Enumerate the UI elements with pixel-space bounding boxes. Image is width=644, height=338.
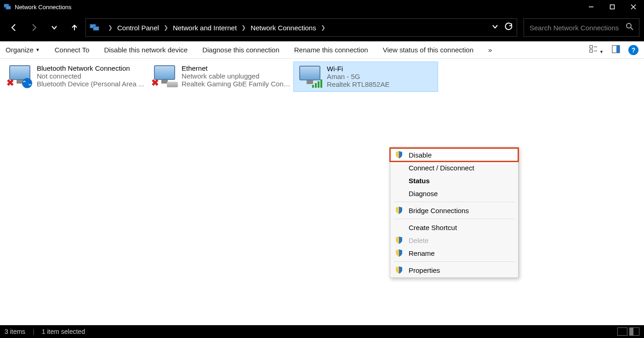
up-button[interactable] (65, 18, 84, 37)
svg-rect-7 (93, 27, 99, 30)
menu-create-shortcut[interactable]: Create Shortcut (390, 221, 518, 234)
breadcrumb-item[interactable]: Network and Internet (173, 24, 237, 32)
menu-delete: Delete (390, 234, 518, 247)
svg-rect-3 (610, 5, 615, 9)
connection-device: Bluetooth Device (Personal Area ... (37, 80, 144, 88)
toolbar-overflow[interactable]: » (488, 46, 492, 54)
app-icon (4, 3, 11, 11)
svg-line-9 (631, 28, 633, 30)
refresh-button[interactable] (505, 23, 513, 33)
menu-separator (394, 261, 514, 262)
shield-icon (395, 206, 403, 214)
connection-name: Wi-Fi (327, 65, 389, 73)
back-button[interactable] (5, 18, 23, 37)
ethernet-adapter-icon: ✖ (151, 64, 178, 88)
connection-status: Network cable unplugged (182, 72, 291, 80)
svg-point-8 (627, 23, 631, 28)
location-icon (90, 23, 100, 32)
context-menu: Disable Connect / Disconnect Status Diag… (390, 147, 519, 278)
diagnose-button[interactable]: Diagnose this connection (202, 46, 279, 54)
recent-dropdown[interactable] (45, 18, 63, 37)
svg-rect-15 (616, 45, 620, 53)
large-icons-view-button[interactable] (629, 327, 639, 336)
menu-diagnose[interactable]: Diagnose (390, 187, 518, 200)
search-box[interactable] (524, 18, 639, 37)
shield-icon (395, 249, 403, 257)
connection-device: Realtek Gaming GbE Family Contr... (182, 80, 291, 88)
connection-device: Realtek RTL8852AE (327, 80, 389, 88)
menu-disable[interactable]: Disable (390, 148, 518, 161)
forward-button[interactable] (25, 18, 43, 37)
svg-rect-11 (590, 50, 593, 52)
connection-bluetooth[interactable]: ✖ ⌃⌄ Bluetooth Network Connection Not co… (4, 62, 148, 91)
bluetooth-adapter-icon: ✖ ⌃⌄ (6, 64, 33, 88)
close-button[interactable] (623, 0, 644, 14)
chevron-right-icon: ❯ (108, 24, 113, 31)
disable-device-button[interactable]: Disable this network device (104, 46, 188, 54)
preview-pane-toggle[interactable] (612, 45, 620, 55)
help-icon[interactable]: ? (628, 45, 638, 55)
search-icon[interactable] (626, 23, 633, 32)
menu-rename[interactable]: Rename (390, 247, 518, 259)
address-bar[interactable]: ❯ Control Panel ❯ Network and Internet ❯… (85, 18, 517, 37)
view-status-button[interactable]: View status of this connection (383, 46, 473, 54)
search-input[interactable] (530, 24, 621, 32)
breadcrumb-item[interactable]: Network Connections (251, 24, 316, 32)
connection-wifi[interactable]: Wi-Fi Aman - 5G Realtek RTL8852AE (293, 62, 438, 92)
breadcrumb-item[interactable]: Control Panel (117, 24, 159, 32)
minimize-button[interactable] (581, 0, 602, 14)
address-dropdown[interactable] (492, 23, 498, 32)
error-x-icon: ✖ (151, 77, 159, 88)
chevron-down-icon: ▼ (35, 47, 40, 52)
shield-icon (395, 266, 403, 274)
error-x-icon: ✖ (6, 77, 14, 88)
chevron-right-icon: ❯ (321, 24, 325, 31)
[interactable]: Bridge Connections (390, 204, 518, 217)
chevron-right-icon: ❯ (241, 24, 246, 31)
status-selected-count: 1 item selected (42, 328, 85, 335)
maximize-button[interactable] (602, 0, 623, 14)
menu-properties[interactable]: Properties (390, 264, 518, 276)
wifi-signal-icon (312, 79, 322, 88)
menu-separator (394, 219, 514, 219)
menu-separator (394, 202, 514, 202)
wifi-adapter-icon (296, 65, 323, 89)
details-view-button[interactable] (617, 327, 627, 336)
status-bar: 3 items | 1 item selected (0, 325, 644, 338)
connection-ethernet[interactable]: ✖ Ethernet Network cable unplugged Realt… (148, 62, 293, 91)
menu-status[interactable]: Status (390, 174, 518, 187)
rename-button[interactable]: Rename this connection (294, 46, 368, 54)
content-area: ✖ ⌃⌄ Bluetooth Network Connection Not co… (0, 59, 644, 325)
chevron-right-icon: ❯ (164, 24, 168, 31)
connection-name: Bluetooth Network Connection (37, 64, 144, 72)
menu-connect-disconnect[interactable]: Connect / Disconnect (390, 161, 518, 174)
shield-icon (395, 236, 403, 244)
window-title: Network Connections (15, 4, 72, 11)
status-item-count: 3 items (5, 328, 25, 335)
connect-to-button[interactable]: Connect To (55, 46, 90, 54)
connection-status: Aman - 5G (327, 73, 389, 80)
connection-status: Not connected (37, 72, 144, 80)
shield-icon (395, 151, 403, 159)
command-toolbar: Organize▼ Connect To Disable this networ… (0, 41, 644, 59)
titlebar: Network Connections (0, 0, 644, 14)
navbar: ❯ Control Panel ❯ Network and Internet ❯… (0, 14, 644, 41)
svg-rect-10 (590, 45, 593, 48)
organize-menu[interactable]: Organize▼ (6, 46, 40, 54)
connection-name: Ethernet (182, 64, 291, 72)
ethernet-plug-icon (167, 82, 178, 87)
bluetooth-icon: ⌃⌄ (22, 78, 32, 88)
svg-rect-1 (6, 6, 11, 9)
view-options-button[interactable]: ▼ (589, 45, 604, 55)
